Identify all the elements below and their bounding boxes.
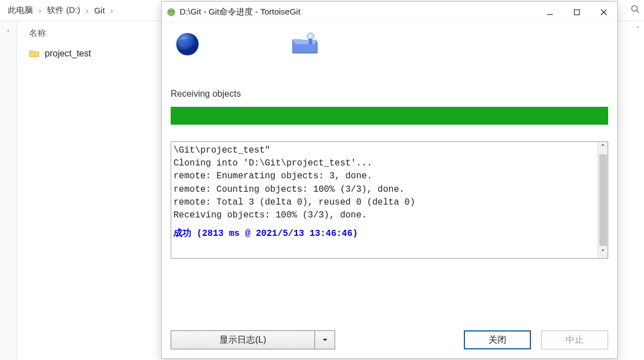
scrollbar[interactable]: ˄ ˅	[598, 142, 608, 258]
animation-area	[171, 31, 608, 80]
svg-point-3	[169, 10, 171, 12]
dropdown-arrow-icon[interactable]	[314, 331, 335, 349]
close-button[interactable]	[590, 2, 617, 23]
breadcrumb-item[interactable]: 此电脑	[4, 3, 36, 18]
status-label: Receiving objects	[171, 89, 608, 99]
svg-point-4	[172, 10, 174, 12]
nav-tree-collapsed[interactable]: ‹	[0, 21, 17, 360]
log-output[interactable]: \Git\project_test" Cloning into 'D:\Git\…	[171, 141, 608, 259]
chevron-right-icon: ›	[108, 6, 115, 15]
tortoisegit-progress-dialog: D:\Git - Git命令进度 - TortoiseGit	[161, 1, 618, 359]
scroll-up-icon[interactable]: ˄	[601, 143, 605, 152]
svg-rect-6	[575, 10, 580, 15]
abort-button: 中止	[541, 330, 608, 349]
show-log-split-button[interactable]: 显示日志(L)	[171, 330, 335, 349]
folder-transfer-icon	[290, 31, 319, 59]
svg-rect-11	[309, 39, 312, 44]
maximize-button[interactable]	[563, 2, 590, 23]
breadcrumb-item[interactable]: 软件 (D:)	[44, 3, 83, 18]
progress-fill	[171, 107, 608, 125]
breadcrumb-item[interactable]: Git	[91, 3, 108, 17]
scrollbar-thumb[interactable]	[599, 154, 607, 246]
svg-point-2	[167, 8, 175, 16]
chevron-right-icon: ›	[83, 6, 91, 15]
close-dialog-button[interactable]: 关闭	[464, 330, 531, 349]
svg-point-0	[632, 6, 637, 11]
log-text[interactable]: \Git\project_test" Cloning into 'D:\Git\…	[171, 142, 598, 258]
chevron-right-icon: ›	[36, 6, 44, 15]
tortoisegit-icon	[166, 7, 176, 17]
file-name-label: project_test	[45, 49, 91, 59]
globe-icon	[174, 31, 201, 59]
minimize-button[interactable]	[537, 2, 563, 23]
progress-bar	[171, 107, 608, 125]
success-line: 成功 (2813 ms @ 2021/5/13 13:46:46)	[173, 228, 595, 240]
svg-line-1	[637, 11, 639, 13]
chevron-up-icon: ˄	[636, 26, 640, 34]
folder-icon	[29, 50, 39, 58]
search-icon[interactable]	[631, 4, 640, 15]
titlebar[interactable]: D:\Git - Git命令进度 - TortoiseGit	[162, 2, 617, 23]
scroll-down-icon[interactable]: ˅	[601, 248, 605, 257]
show-log-button[interactable]: 显示日志(L)	[171, 331, 314, 349]
window-title: D:\Git - Git命令进度 - TortoiseGit	[180, 7, 537, 17]
